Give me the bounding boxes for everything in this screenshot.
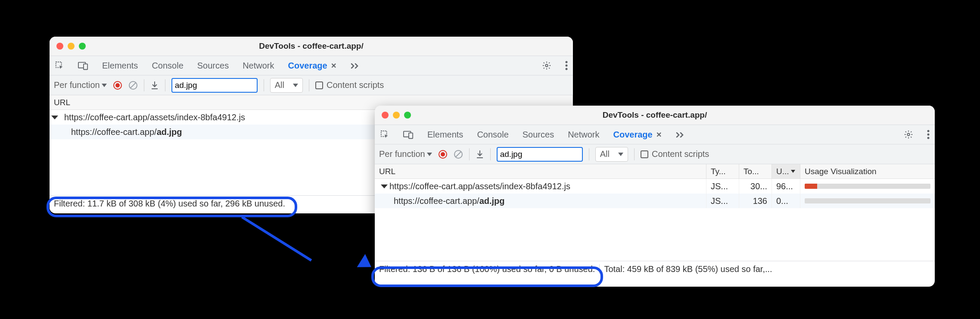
type-filter-select[interactable]: All: [595, 147, 628, 162]
url-cell: https://coffee-cart.app/assets/index-8bf…: [389, 181, 570, 191]
unused-cell: 0...: [772, 194, 800, 208]
panel-tabs: Elements Console Sources Network Coverag…: [375, 125, 935, 144]
total-cell: 136: [739, 194, 772, 208]
svg-rect-2: [84, 64, 87, 69]
titlebar: DevTools - coffee-cart.app/: [375, 106, 935, 125]
export-button[interactable]: [476, 150, 484, 159]
granularity-select[interactable]: Per function: [379, 149, 432, 159]
svg-point-15: [927, 130, 930, 132]
device-toggle-icon[interactable]: [403, 130, 414, 139]
type-cell: JS...: [706, 194, 739, 208]
header-unused[interactable]: U...: [772, 164, 800, 178]
svg-line-10: [131, 83, 136, 88]
svg-point-5: [566, 65, 568, 67]
inspect-element-icon[interactable]: [380, 130, 389, 139]
divider: [165, 79, 165, 91]
content-scripts-checkbox[interactable]: Content scripts: [641, 149, 709, 159]
header-type[interactable]: Ty...: [706, 164, 739, 178]
url-cell: https://coffee-cart.app/ad.jpg: [394, 196, 505, 206]
filter-input[interactable]: [500, 150, 602, 159]
more-tabs-icon[interactable]: [350, 63, 360, 69]
inspect-element-icon[interactable]: [55, 61, 64, 70]
divider: [144, 79, 144, 91]
tab-sources[interactable]: Sources: [523, 130, 554, 140]
chevron-down-icon: [293, 84, 298, 87]
window-title: DevTools - coffee-cart.app/: [375, 110, 935, 120]
divider: [589, 148, 589, 160]
disclosure-triangle-icon[interactable]: [51, 116, 58, 119]
arrow-head-icon: [357, 254, 376, 273]
window-title: DevTools - coffee-cart.app/: [50, 41, 573, 51]
filtered-status: Filtered: 136 B of 136 B (100%) used so …: [375, 264, 600, 274]
chevron-down-icon: [102, 84, 107, 87]
record-button[interactable]: [438, 150, 448, 159]
unused-cell: 96...: [772, 179, 800, 194]
chevron-down-icon: [427, 153, 432, 156]
devtools-window-right: DevTools - coffee-cart.app/ Elements Con…: [375, 106, 935, 287]
kebab-menu-icon[interactable]: [565, 61, 568, 70]
settings-icon[interactable]: [542, 61, 551, 70]
svg-point-3: [545, 64, 548, 67]
more-tabs-icon[interactable]: [675, 131, 685, 138]
checkbox-icon: [641, 150, 648, 158]
divider: [309, 79, 309, 91]
tab-sources[interactable]: Sources: [197, 61, 229, 71]
svg-point-4: [566, 61, 568, 63]
tab-console[interactable]: Console: [477, 130, 508, 140]
device-toggle-icon[interactable]: [78, 61, 88, 70]
settings-icon[interactable]: [904, 130, 913, 139]
svg-point-6: [566, 68, 568, 70]
disclosure-triangle-icon[interactable]: [381, 185, 388, 188]
annotation-arrow: [241, 216, 312, 262]
filter-input-wrapper: ✕: [497, 147, 583, 162]
svg-point-19: [441, 152, 445, 156]
clear-button[interactable]: [128, 81, 138, 90]
table-row[interactable]: https://coffee-cart.app/ad.jpg JS... 136…: [375, 194, 935, 208]
header-viz[interactable]: Usage Visualization: [800, 164, 935, 178]
divider: [634, 148, 635, 160]
total-status: Total: 459 kB of 839 kB (55%) used so fa…: [600, 264, 935, 274]
svg-point-16: [927, 134, 930, 136]
svg-line-21: [456, 152, 461, 157]
tab-coverage[interactable]: Coverage✕: [288, 61, 336, 71]
usage-bar: [805, 184, 930, 189]
type-cell: JS...: [706, 179, 739, 194]
svg-point-8: [115, 83, 120, 88]
tab-network[interactable]: Network: [568, 130, 599, 140]
table-row[interactable]: https://coffee-cart.app/assets/index-8bf…: [375, 179, 935, 194]
tab-elements[interactable]: Elements: [427, 130, 463, 140]
filtered-status: Filtered: 11.7 kB of 308 kB (4%) used so…: [50, 199, 289, 209]
status-bar: Filtered: 136 B of 136 B (100%) used so …: [375, 261, 935, 277]
coverage-toolbar: Per function ✕ All Content scripts: [375, 144, 935, 164]
type-filter-select[interactable]: All: [270, 78, 303, 93]
kebab-menu-icon[interactable]: [927, 130, 930, 139]
divider: [264, 79, 264, 91]
filter-input-wrapper: ✕: [171, 78, 258, 93]
export-button[interactable]: [150, 81, 159, 90]
header-url[interactable]: URL: [375, 164, 706, 178]
panel-tabs: Elements Console Sources Network Coverag…: [50, 56, 573, 75]
table-body: https://coffee-cart.app/assets/index-8bf…: [375, 179, 935, 261]
record-button[interactable]: [113, 81, 122, 90]
chevron-down-icon: [618, 153, 623, 156]
svg-rect-13: [409, 133, 413, 138]
close-tab-icon[interactable]: ✕: [331, 62, 336, 70]
content-scripts-checkbox[interactable]: Content scripts: [315, 80, 384, 90]
tab-elements[interactable]: Elements: [102, 61, 138, 71]
sort-desc-icon: [791, 170, 795, 173]
svg-point-17: [927, 137, 930, 139]
usage-bar: [805, 198, 930, 203]
tab-network[interactable]: Network: [243, 61, 274, 71]
titlebar: DevTools - coffee-cart.app/: [50, 37, 573, 56]
divider: [469, 148, 470, 160]
clear-button[interactable]: [454, 150, 463, 159]
tab-console[interactable]: Console: [152, 61, 183, 71]
coverage-toolbar: Per function ✕ All Content scripts: [50, 75, 573, 95]
granularity-select[interactable]: Per function: [54, 80, 107, 90]
total-cell: 30...: [739, 179, 772, 194]
tab-coverage[interactable]: Coverage✕: [613, 130, 662, 140]
filter-input[interactable]: [175, 81, 277, 90]
checkbox-icon: [315, 81, 323, 89]
header-total[interactable]: To...: [739, 164, 772, 178]
close-tab-icon[interactable]: ✕: [656, 131, 662, 139]
